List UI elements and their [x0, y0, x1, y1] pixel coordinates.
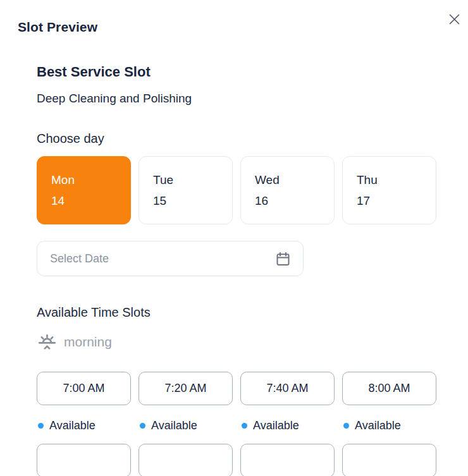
day-date: 17	[357, 193, 436, 209]
availability-status: Available	[37, 419, 131, 432]
time-slot-button[interactable]	[240, 444, 335, 476]
period-row: morning	[37, 331, 438, 353]
day-name: Tue	[153, 172, 232, 188]
day-card-thu[interactable]: Thu 17	[342, 156, 436, 224]
page-title: Slot Preview	[18, 19, 450, 35]
close-button[interactable]	[445, 11, 463, 29]
time-slot-button[interactable]	[139, 444, 233, 476]
time-slots-heading: Available Time Slots	[37, 305, 438, 320]
status-label: Available	[253, 419, 299, 432]
modal-content: Best Service Slot Deep Cleaning and Poli…	[37, 63, 438, 476]
close-icon	[448, 13, 460, 27]
calendar-icon[interactable]	[274, 250, 292, 267]
date-input[interactable]	[50, 252, 274, 265]
day-name: Thu	[357, 172, 436, 188]
status-label: Available	[49, 419, 95, 432]
time-slot-button[interactable]: 8:00 AM	[342, 372, 436, 405]
time-slot-button[interactable]	[342, 444, 436, 476]
day-name: Mon	[51, 172, 130, 188]
day-date: 16	[255, 193, 334, 209]
time-slot-button[interactable]: 7:20 AM	[139, 372, 233, 405]
status-dot-icon	[140, 423, 145, 429]
day-date: 15	[153, 193, 232, 209]
day-card-tue[interactable]: Tue 15	[139, 156, 233, 224]
time-slot-button[interactable]	[37, 444, 131, 476]
time-slot-button[interactable]: 7:00 AM	[37, 372, 131, 405]
time-slot-row-1: 7:00 AM 7:20 AM 7:40 AM 8:00 AM	[37, 372, 438, 405]
availability-row: Available Available Available Available	[37, 419, 438, 432]
sunrise-icon	[37, 333, 58, 351]
day-name: Wed	[255, 172, 334, 188]
day-card-wed[interactable]: Wed 16	[240, 156, 335, 224]
date-picker-field[interactable]	[37, 241, 304, 276]
service-description: Deep Cleaning and Polishing	[37, 90, 438, 107]
service-name: Best Service Slot	[37, 63, 438, 80]
choose-day-label: Choose day	[37, 131, 438, 147]
period-label: morning	[64, 334, 112, 350]
modal-header: Slot Preview	[0, 0, 468, 35]
status-dot-icon	[38, 423, 44, 429]
day-date: 14	[51, 193, 130, 209]
status-dot-icon	[242, 423, 247, 429]
status-dot-icon	[343, 423, 349, 429]
availability-status: Available	[139, 419, 233, 432]
time-slot-row-2	[37, 444, 438, 476]
day-card-mon[interactable]: Mon 14	[37, 156, 131, 224]
availability-status: Available	[342, 419, 436, 432]
time-slot-button[interactable]: 7:40 AM	[240, 372, 335, 405]
day-selector: Mon 14 Tue 15 Wed 16 Thu 17	[37, 156, 438, 224]
status-label: Available	[355, 419, 401, 432]
availability-status: Available	[240, 419, 335, 432]
status-label: Available	[151, 419, 197, 432]
